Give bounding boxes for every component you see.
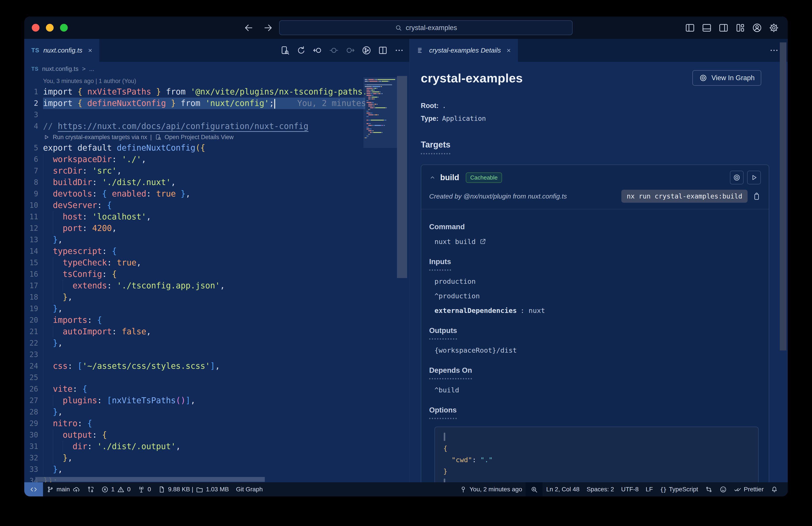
sidebar-left-icon[interactable] [685,23,695,33]
account-icon[interactable] [752,23,762,33]
target-card-build: build Cacheable Created by @nx/nuxt/plug… [421,165,769,482]
code-line: 30output: { [24,429,365,441]
eol[interactable]: LF [642,482,656,496]
cursor-position[interactable]: Ln 2, Col 48 [542,482,583,496]
file-size[interactable]: 9.88 KB |1.03 MB [155,482,232,496]
code-line: 27plugins: [nxViteTsPaths()], [24,395,365,406]
git-graph[interactable]: Git Graph [232,482,266,496]
view-target-icon [733,173,741,182]
view-target-button[interactable] [730,171,744,184]
blame-header: You, 3 minutes ago | 1 author (You) [24,76,365,86]
code-line: 22}, [24,338,365,349]
section-heading-depends-on[interactable]: Depends On [429,366,761,379]
external-link-icon [479,238,486,245]
titlebar: crystal-examples [24,17,788,39]
panel-tab-label: crystal-examples Details [429,47,501,54]
tab-nuxt-config[interactable]: TS nuxt.config.ts × [24,39,99,62]
code-line: 6workspaceDir: './', [24,154,365,165]
open-details-lens-icon [155,134,161,140]
panel-scrollbar[interactable] [780,42,786,351]
layout-customize-icon[interactable] [735,23,745,33]
git-branch-icon [46,486,54,493]
code-line: 20imports: { [24,314,365,326]
panel-bottom-icon[interactable] [702,23,712,33]
target-name[interactable]: build [440,173,459,182]
error-icon [101,486,108,493]
ports[interactable]: 0 [134,482,155,496]
zoom-window-button[interactable] [60,24,68,32]
branch-main[interactable]: main [43,482,83,496]
close-window-button[interactable] [32,24,40,32]
more-actions-icon[interactable] [394,45,404,55]
editor-actions [280,39,404,62]
breadcrumb-more[interactable]: ... [89,65,94,72]
codelens[interactable]: Run crystal-examples targets via nx | Op… [24,132,365,142]
code-line: 21autoImport: false, [24,326,365,338]
open-changes-icon[interactable] [280,45,290,55]
collapse-target-icon[interactable] [429,174,436,181]
zoom-in-icon [531,486,538,493]
encoding[interactable]: UTF-8 [618,482,642,496]
blame-info[interactable]: You, 2 minutes ago [456,482,526,496]
prettier[interactable]: Prettier [730,482,767,496]
zoom-indicator[interactable] [526,482,542,496]
vertical-scrollbar[interactable] [397,76,407,278]
section-value: {workspaceRoot}/dist [429,346,761,354]
git-graph-circle-icon[interactable] [362,45,371,55]
remote-indicator[interactable] [24,482,43,496]
run-target-lens-icon [43,134,50,140]
next-change-icon[interactable] [345,45,355,55]
run-target-button[interactable] [747,171,761,184]
project-details-icon [417,46,425,55]
refresh-icon[interactable] [296,45,306,55]
notifications-bell-icon [771,486,778,493]
command-center-search[interactable]: crystal-examples [279,20,572,35]
close-panel-tab-icon[interactable]: × [505,46,511,55]
inline-blame: You, 2 minutes ago [297,99,365,108]
compare-changes-icon [87,486,94,493]
code-line: 2import { defineNuxtConfig } from 'nuxt/… [24,98,365,109]
section-heading-options[interactable]: Options [429,406,761,419]
minimize-window-button[interactable] [46,24,54,32]
options-code-block[interactable]: { "cwd": "."} [434,427,758,482]
project-details-view: crystal-examples View In Graph Root: . T… [410,62,788,482]
breadcrumb-file[interactable]: nuxt.config.ts [42,65,78,72]
forward-arrow-icon[interactable] [263,23,273,33]
horizontal-scrollbar[interactable] [35,477,265,482]
sync-changes[interactable] [83,482,98,496]
view-in-graph-button[interactable]: View In Graph [692,70,761,86]
code-line: 29nitro: { [24,418,365,429]
typescript-file-icon: TS [31,47,40,54]
code-editor[interactable]: You, 3 minutes ago | 1 author (You) 1imp… [24,76,409,482]
tab-project-details[interactable]: crystal-examples Details × [410,39,518,62]
current-change-icon[interactable] [329,45,339,55]
language-mode[interactable]: {}TypeScript [656,482,702,496]
section-value: nuxt build [429,238,761,245]
statusbar: main1009.88 KB |1.03 MBGit Graph You, 2 … [24,482,788,496]
warning-icon [117,486,125,493]
back-arrow-icon[interactable] [244,23,253,33]
section-heading-inputs[interactable]: Inputs [429,257,761,271]
notifications[interactable] [767,482,782,496]
targets-heading[interactable]: Targets [421,140,450,154]
split-editor-icon[interactable] [378,45,388,55]
indentation[interactable]: Spaces: 2 [583,482,618,496]
breadcrumb[interactable]: TS nuxt.config.ts > ... [24,62,409,76]
git-compare[interactable] [702,482,716,496]
sidebar-right-icon[interactable] [719,23,729,33]
section-heading-outputs[interactable]: Outputs [429,326,761,340]
double-check-icon [734,486,741,493]
copy-command-icon[interactable] [752,192,761,200]
run-command-chip[interactable]: nx run crystal-examples:build [621,190,748,203]
close-tab-icon[interactable]: × [86,46,92,55]
panel-more-actions-icon[interactable] [769,45,779,55]
remote-icon [30,486,37,493]
code-line: 7srcDir: 'src', [24,165,365,177]
feedback[interactable] [716,482,730,496]
problems[interactable]: 10 [98,482,134,496]
panel-tabbar: crystal-examples Details × [410,39,788,62]
previous-change-icon[interactable] [313,45,322,55]
editor-tabbar: TS nuxt.config.ts × [24,39,409,62]
settings-gear-icon[interactable] [769,23,779,33]
minimap[interactable] [365,79,396,139]
